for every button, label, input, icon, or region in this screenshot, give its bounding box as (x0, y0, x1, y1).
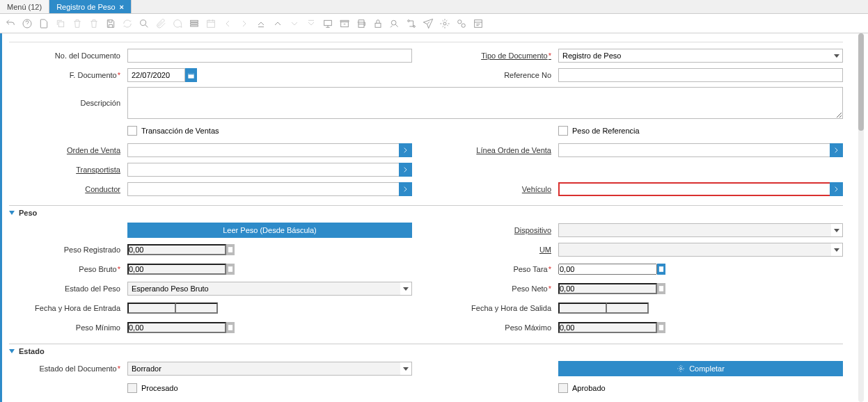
peso-tara-input[interactable] (558, 264, 657, 275)
leer-peso-button[interactable]: Leer Peso (Desde Báscula) (127, 223, 412, 238)
svg-rect-7 (324, 20, 332, 25)
gear-icon (677, 364, 685, 373)
undo-icon[interactable] (4, 17, 17, 30)
estado-doc-select[interactable] (127, 362, 400, 376)
calculator-icon[interactable] (657, 283, 665, 294)
calendar-icon[interactable] (205, 17, 217, 30)
transportista-label[interactable]: Transportista (9, 166, 127, 174)
workflow-icon[interactable] (405, 17, 418, 30)
trans-ventas-checkbox[interactable] (127, 126, 137, 136)
um-select[interactable] (558, 243, 831, 257)
peso-neto-label: Peso Neto (440, 284, 558, 293)
doc-type-select[interactable] (558, 49, 831, 63)
request-icon[interactable] (422, 17, 434, 30)
calculator-icon[interactable] (657, 322, 665, 333)
delete-icon[interactable] (71, 17, 84, 30)
lookup-icon[interactable] (399, 143, 412, 157)
um-label[interactable]: UM (440, 246, 558, 254)
conductor-input[interactable] (127, 182, 399, 196)
save-icon[interactable] (104, 17, 117, 30)
svg-point-16 (461, 24, 465, 27)
lookup-icon[interactable] (830, 143, 843, 157)
estado-peso-select[interactable] (127, 282, 400, 296)
peso-min-label: Peso Mínimo (9, 323, 127, 332)
help-icon[interactable] (21, 17, 33, 30)
fecha-entrada-label: Fecha y Hora de Entrada (9, 304, 127, 312)
transportista-input[interactable] (127, 163, 399, 177)
gear-icon[interactable] (439, 17, 451, 30)
svg-point-2 (141, 19, 146, 25)
down-icon[interactable] (288, 17, 301, 30)
new-icon[interactable] (38, 17, 50, 30)
archive-icon[interactable] (338, 17, 351, 30)
chevron-down-icon[interactable] (831, 223, 843, 237)
attach-icon[interactable] (155, 17, 167, 30)
svg-rect-23 (659, 286, 663, 291)
lookup-icon[interactable] (830, 182, 843, 196)
section-peso-header[interactable]: Peso (9, 209, 843, 217)
form-area: No. del Documento Tipo de Documento F. D… (0, 33, 854, 402)
copy-icon[interactable] (54, 17, 67, 30)
detail-icon[interactable] (271, 17, 284, 30)
conductor-label[interactable]: Conductor (9, 185, 127, 193)
calculator-icon[interactable] (226, 244, 235, 255)
grid-toggle-icon[interactable] (188, 17, 200, 30)
calculator-icon[interactable] (657, 264, 665, 275)
refresh-icon[interactable] (121, 17, 134, 30)
calendar-icon[interactable] (185, 68, 197, 82)
chat-icon[interactable] (171, 17, 184, 30)
scrollbar[interactable] (858, 33, 864, 402)
peso-ref-checkbox[interactable] (558, 126, 568, 136)
ref-no-input[interactable] (558, 68, 843, 82)
linea-orden-input[interactable] (558, 143, 830, 157)
peso-bruto-input (127, 264, 226, 275)
orden-venta-label[interactable]: Orden de Venta (9, 146, 127, 154)
tab-menu[interactable]: Menú (12) (0, 0, 49, 13)
zoom-across-icon[interactable] (388, 17, 401, 30)
estado-peso-label: Estado del Peso (9, 284, 127, 293)
vehiculo-label[interactable]: Vehículo (440, 185, 558, 193)
quick-info-icon[interactable] (472, 17, 484, 30)
tab-registro-peso[interactable]: Registro de Peso × (49, 0, 132, 13)
search-icon[interactable] (138, 17, 150, 30)
lookup-icon[interactable] (399, 163, 412, 177)
chevron-down-icon[interactable] (831, 243, 843, 257)
dispositivo-select[interactable] (558, 223, 831, 237)
desc-textarea[interactable] (127, 87, 843, 119)
down-bar-icon[interactable] (305, 17, 317, 30)
chevron-down-icon[interactable] (400, 282, 412, 296)
scroll-thumb[interactable] (858, 33, 864, 131)
completar-button[interactable]: Completar (558, 361, 843, 376)
estado-doc-label: Estado del Documento (9, 364, 127, 373)
close-icon[interactable]: × (120, 3, 124, 11)
svg-point-26 (680, 368, 682, 370)
chevron-down-icon[interactable] (831, 49, 843, 63)
svg-rect-4 (191, 22, 198, 24)
doc-date-input[interactable] (127, 68, 185, 82)
vehiculo-input[interactable] (558, 182, 830, 196)
dispositivo-label[interactable]: Dispositivo (440, 226, 558, 234)
svg-rect-5 (191, 25, 198, 26)
fecha-salida-date (558, 303, 607, 314)
doc-type-label[interactable]: Tipo de Documento (440, 51, 558, 60)
linea-orden-label[interactable]: Línea Orden de Venta (440, 146, 558, 154)
orden-venta-input[interactable] (127, 143, 399, 157)
delete-all-icon[interactable] (88, 17, 100, 30)
parent-icon[interactable] (255, 17, 267, 30)
print-icon[interactable] (355, 17, 368, 30)
lookup-icon[interactable] (399, 182, 412, 196)
svg-point-12 (408, 19, 410, 22)
process-icon[interactable] (455, 17, 468, 30)
collapse-icon (9, 211, 15, 215)
nav-next-icon[interactable] (238, 17, 251, 30)
nav-prev-icon[interactable] (221, 17, 234, 30)
doc-date-label: F. Documento (9, 71, 127, 79)
calculator-icon[interactable] (226, 322, 235, 333)
section-estado-header[interactable]: Estado (9, 347, 843, 355)
lock-icon[interactable] (372, 17, 384, 30)
doc-no-input[interactable] (127, 49, 412, 63)
report-icon[interactable] (322, 17, 334, 30)
calculator-icon[interactable] (226, 264, 235, 275)
tab-menu-label: Menú (12) (7, 3, 42, 11)
chevron-down-icon[interactable] (400, 362, 412, 376)
